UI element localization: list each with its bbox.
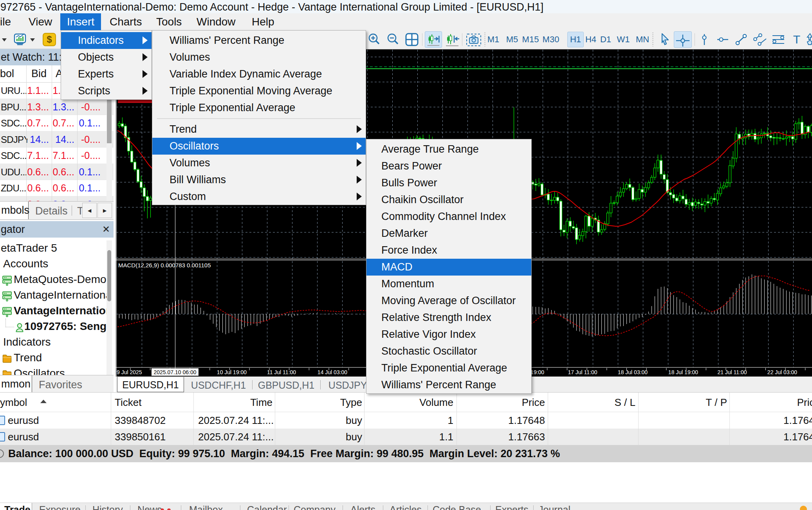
market-watch-row[interactable]: BPU...1.3...1.3...-0.... bbox=[0, 99, 114, 115]
market-watch-row[interactable]: SDJPY14...14...-0.... bbox=[0, 132, 114, 148]
toolbox-tab-mailbox[interactable]: Mailbox bbox=[189, 504, 223, 510]
menu-item-bears-power[interactable]: Bears Power bbox=[366, 158, 531, 175]
tab-scroll-left-icon[interactable]: ◀ bbox=[82, 203, 97, 218]
chart-type-dropdown-icon[interactable] bbox=[29, 31, 36, 48]
timeframe-m1[interactable]: M1 bbox=[483, 30, 503, 49]
cursor-icon[interactable] bbox=[659, 31, 672, 48]
navigator-item-vantageinternational[interactable]: VantageInternational bbox=[0, 303, 106, 319]
timeframe-w1[interactable]: W1 bbox=[613, 30, 633, 49]
menu-item-experts[interactable]: Experts bbox=[61, 66, 152, 83]
menu-item-volumes[interactable]: Volumes bbox=[152, 49, 366, 66]
navigator-item-indicators[interactable]: Indicators bbox=[0, 334, 106, 350]
market-watch-row[interactable]: SDC...0.7...0.7...0.1... bbox=[0, 115, 114, 132]
navigator-scrollbar[interactable] bbox=[106, 240, 112, 377]
menubar-item-charts[interactable]: Charts bbox=[104, 13, 147, 30]
chart-tab-usdchf-h1[interactable]: USDCHF,H1 bbox=[179, 380, 258, 391]
menu-item-triple-exponential-moving-average[interactable]: Triple Exponential Moving Average bbox=[152, 83, 366, 99]
menu-item-custom[interactable]: Custom bbox=[152, 188, 366, 205]
menu-item-volumes[interactable]: Volumes bbox=[152, 155, 366, 171]
navigator-item-etatrader-5[interactable]: etaTrader 5 bbox=[0, 240, 106, 256]
toolbox-tab-alerts[interactable]: Alerts bbox=[350, 504, 375, 510]
tab-favorites[interactable]: Favorites bbox=[39, 379, 82, 391]
menu-item-relative-strength-index[interactable]: Relative Strength Index bbox=[366, 309, 531, 326]
text-tool-icon[interactable]: T bbox=[790, 30, 803, 49]
menu-item-triple-exponential-average[interactable]: Triple Exponential Average bbox=[366, 360, 531, 377]
toolbox-tab-experts[interactable]: Experts bbox=[495, 504, 529, 510]
timeframe-mn[interactable]: MN bbox=[632, 30, 653, 49]
navigator-item-metaquotes-demo[interactable]: MetaQuotes-Demo bbox=[0, 272, 106, 287]
navigator-item-trend[interactable]: Trend bbox=[0, 350, 106, 366]
trendline-tool-icon[interactable] bbox=[734, 31, 748, 48]
fibonacci-tool-icon[interactable] bbox=[771, 31, 786, 48]
menu-item-demarker[interactable]: DeMarker bbox=[366, 225, 531, 242]
scrollbar-thumb[interactable] bbox=[107, 99, 112, 143]
zoom-out-icon[interactable] bbox=[386, 31, 401, 48]
menu-item-bill-williams[interactable]: Bill Williams bbox=[152, 171, 366, 188]
toolbox-col-ymbol[interactable]: ymbol bbox=[0, 396, 27, 409]
toolbox-tab-code-base[interactable]: Code Base bbox=[433, 504, 481, 510]
menu-item-macd[interactable]: MACD bbox=[366, 259, 531, 276]
menu-item-average-true-range[interactable]: Average True Range bbox=[366, 141, 531, 158]
toolbox-tab-calendar[interactable]: Calendar bbox=[247, 504, 287, 510]
menu-item-objects[interactable]: Objects bbox=[61, 49, 152, 66]
market-watch-row[interactable]: ZDU...0.6...0.6...0.1... bbox=[0, 180, 114, 196]
tile-windows-icon[interactable] bbox=[405, 31, 420, 48]
trade-row[interactable]: eurusd3398501612025.07.24 11:...buy1.11.… bbox=[0, 429, 812, 445]
toolbox-tab-history[interactable]: History bbox=[92, 504, 123, 510]
menu-item-momentum[interactable]: Momentum bbox=[366, 276, 531, 292]
menubar-item-insert[interactable]: Insert bbox=[60, 13, 101, 30]
trade-row[interactable]: eurusd3398487022025.07.24 11:...buy11.17… bbox=[0, 412, 812, 429]
one-click-trading-icon[interactable]: $ bbox=[42, 31, 56, 48]
toolbox-tab-articles[interactable]: Articles bbox=[390, 504, 422, 510]
menu-item-williams-percent-range[interactable]: Williams' Percent Range bbox=[366, 377, 531, 393]
menu-item-relative-vigor-index[interactable]: Relative Vigor Index bbox=[366, 326, 531, 343]
shapes-tool-icon[interactable] bbox=[807, 31, 812, 48]
menubar-item-ile[interactable]: ile bbox=[0, 13, 16, 30]
navigator-header[interactable]: gator ✕ bbox=[0, 221, 114, 238]
auto-scroll-icon[interactable] bbox=[425, 31, 442, 48]
chart-tab-gbpusd-h1[interactable]: GBPUSD,H1 bbox=[247, 380, 325, 391]
chart-window-icon[interactable] bbox=[13, 31, 27, 48]
chart-tab-eurusd-h1[interactable]: EURUSD,H1 bbox=[117, 377, 184, 392]
menubar-item-help[interactable]: Help bbox=[246, 13, 280, 30]
toolbox-col-ticket[interactable]: Ticket bbox=[115, 396, 141, 409]
market-watch-row[interactable]: UDU...0.6...0.6...0.1... bbox=[0, 164, 114, 180]
timeframe-m15[interactable]: M15 bbox=[520, 30, 541, 49]
vertical-line-tool-icon[interactable] bbox=[698, 31, 711, 48]
market-watch-scrollbar[interactable] bbox=[106, 83, 112, 201]
menu-item-williams-percent-range[interactable]: Williams' Percent Range bbox=[152, 32, 366, 49]
timeframe-m5[interactable]: M5 bbox=[502, 30, 522, 49]
tab-common[interactable]: mmon bbox=[0, 375, 32, 392]
toolbox-tab-trade[interactable]: Trade bbox=[4, 504, 31, 510]
menu-item-moving-average-of-oscillator[interactable]: Moving Average of Oscillator bbox=[366, 292, 531, 309]
new-order-dropdown-icon[interactable] bbox=[1, 31, 8, 48]
menu-item-bulls-power[interactable]: Bulls Power bbox=[366, 175, 531, 191]
chart-shift-icon[interactable] bbox=[444, 31, 461, 48]
zoom-in-icon[interactable] bbox=[367, 31, 382, 48]
navigator-item-10972765-seng[interactable]: 10972765: Seng bbox=[0, 319, 106, 334]
screenshot-camera-icon[interactable] bbox=[466, 31, 482, 48]
scrollbar-thumb[interactable] bbox=[107, 250, 111, 301]
channel-tool-icon[interactable] bbox=[753, 31, 767, 48]
menu-item-oscillators[interactable]: Oscillators bbox=[152, 138, 366, 155]
menu-item-stochastic-oscillator[interactable]: Stochastic Oscillator bbox=[366, 343, 531, 360]
menu-item-trend[interactable]: Trend bbox=[152, 121, 366, 138]
toolbox-tab-company[interactable]: Company bbox=[294, 504, 336, 510]
tab-symbols[interactable]: mbols bbox=[0, 202, 29, 219]
crosshair-icon[interactable] bbox=[674, 31, 692, 48]
menu-item-variable-index-dynamic-average[interactable]: Variable Index Dynamic Average bbox=[152, 66, 366, 83]
menubar-item-tools[interactable]: Tools bbox=[151, 13, 187, 30]
navigator-item-accounts[interactable]: Accounts bbox=[0, 256, 106, 272]
menubar-item-window[interactable]: Window bbox=[191, 13, 241, 30]
close-icon[interactable]: ✕ bbox=[101, 224, 111, 234]
market-watch-row[interactable]: SDC...7.1...7.1...-0.... bbox=[0, 148, 114, 164]
menu-item-commodity-channel-index[interactable]: Commodity Channel Index bbox=[366, 208, 531, 225]
toolbox-tab-news[interactable]: News bbox=[137, 504, 162, 510]
menu-item-force-index[interactable]: Force Index bbox=[366, 242, 531, 259]
menu-item-chaikin-oscillator[interactable]: Chaikin Oscillator bbox=[366, 191, 531, 208]
timeframe-m30[interactable]: M30 bbox=[541, 30, 561, 49]
menu-item-triple-exponential-average[interactable]: Triple Exponential Average bbox=[152, 99, 366, 116]
menu-item-scripts[interactable]: Scripts bbox=[61, 83, 152, 99]
tab-scroll-right-icon[interactable]: ▶ bbox=[97, 203, 112, 218]
toolbox-tab-exposure[interactable]: Exposure bbox=[39, 504, 81, 510]
